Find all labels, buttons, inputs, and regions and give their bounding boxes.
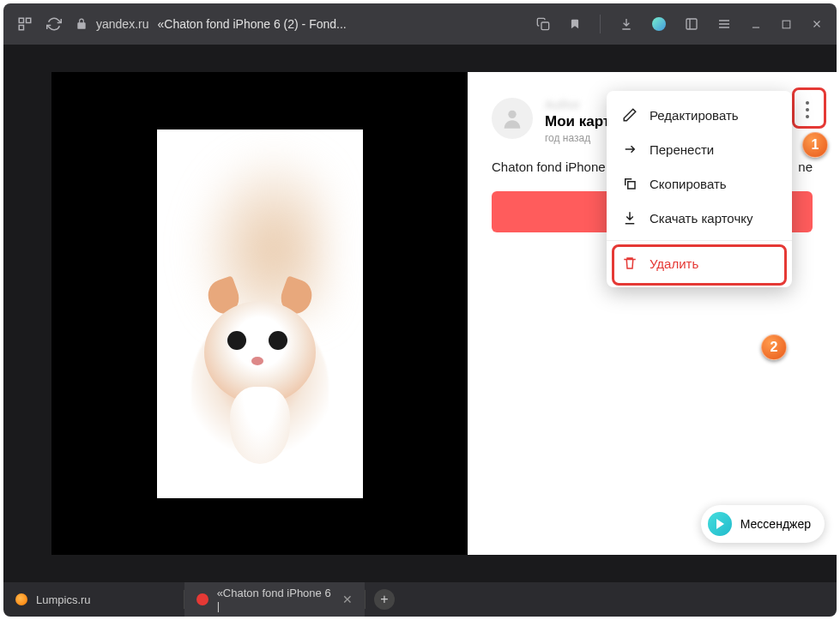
menu-download[interactable]: Скачать карточку [607, 201, 792, 235]
cat-image [157, 129, 363, 498]
tree-icon[interactable] [17, 16, 33, 32]
tab-label: «Chaton fond iPhone 6 | [217, 587, 334, 612]
menu-edit[interactable]: Редактировать [607, 98, 792, 132]
menu-copy[interactable]: Скопировать [607, 166, 792, 201]
new-tab-button[interactable]: + [374, 589, 395, 610]
tab-bar: Lumpics.ru «Chaton fond iPhone 6 | ✕ + [3, 582, 837, 617]
download-icon[interactable] [619, 17, 633, 31]
tab-lumpics[interactable]: Lumpics.ru [3, 582, 184, 617]
copy-icon [622, 176, 638, 191]
menu-icon[interactable] [717, 17, 731, 31]
svg-rect-7 [628, 182, 635, 189]
extension-icon[interactable] [652, 17, 666, 31]
toolbar-right [536, 15, 823, 33]
browser-toolbar: yandex.ru «Chaton fond iPhone 6 (2) - Fo… [3, 3, 837, 45]
menu-delete[interactable]: Удалить [607, 246, 792, 280]
svg-rect-2 [19, 26, 23, 30]
download-icon [622, 210, 638, 226]
trash-icon [622, 256, 638, 271]
play-icon [708, 512, 732, 536]
close-icon[interactable] [811, 18, 823, 30]
menu-move[interactable]: Перенести [607, 132, 792, 166]
more-options-button[interactable] [797, 96, 818, 123]
pencil-icon [622, 107, 638, 123]
svg-point-6 [508, 111, 516, 118]
favicon-icon [15, 593, 27, 605]
messenger-button[interactable]: Мессенджер [701, 505, 825, 543]
svg-rect-1 [27, 18, 31, 22]
arrow-right-icon [622, 141, 638, 157]
favicon-icon [196, 593, 208, 605]
toolbar-left: yandex.ru «Chaton fond iPhone 6 (2) - Fo… [17, 16, 347, 32]
url-title: «Chaton fond iPhone 6 (2) - Fond... [157, 17, 346, 31]
svg-rect-4 [686, 19, 697, 29]
minimize-icon[interactable] [750, 18, 762, 30]
separator [365, 590, 366, 609]
tab-close-icon[interactable]: ✕ [342, 593, 353, 606]
maximize-icon[interactable] [781, 19, 792, 30]
svg-rect-5 [783, 21, 790, 28]
separator [600, 15, 601, 33]
context-menu: Редактировать Перенести Скопировать Скач… [607, 91, 792, 287]
url-domain: yandex.ru [96, 17, 148, 31]
menu-separator [607, 240, 792, 241]
avatar[interactable] [492, 98, 533, 139]
bookmark-icon[interactable] [569, 17, 581, 31]
reload-icon[interactable] [46, 16, 62, 32]
copy-icon[interactable] [536, 17, 550, 31]
step-badge-1: 1 [802, 132, 828, 158]
step-badge-2: 2 [761, 334, 787, 360]
image-viewer[interactable] [51, 72, 468, 555]
svg-rect-0 [19, 18, 23, 22]
lock-icon [76, 18, 88, 30]
tab-chaton[interactable]: «Chaton fond iPhone 6 | ✕ [184, 582, 365, 617]
svg-rect-3 [541, 22, 549, 30]
content-area: Author Мои карт год назад Chaton fond iP… [3, 45, 837, 582]
sidebar-toggle-icon[interactable] [685, 17, 698, 31]
tab-label: Lumpics.ru [36, 593, 91, 606]
messenger-label: Мессенджер [740, 517, 811, 531]
address-bar[interactable]: yandex.ru «Chaton fond iPhone 6 (2) - Fo… [76, 17, 347, 31]
details-panel: Author Мои карт год назад Chaton fond iP… [468, 72, 837, 555]
